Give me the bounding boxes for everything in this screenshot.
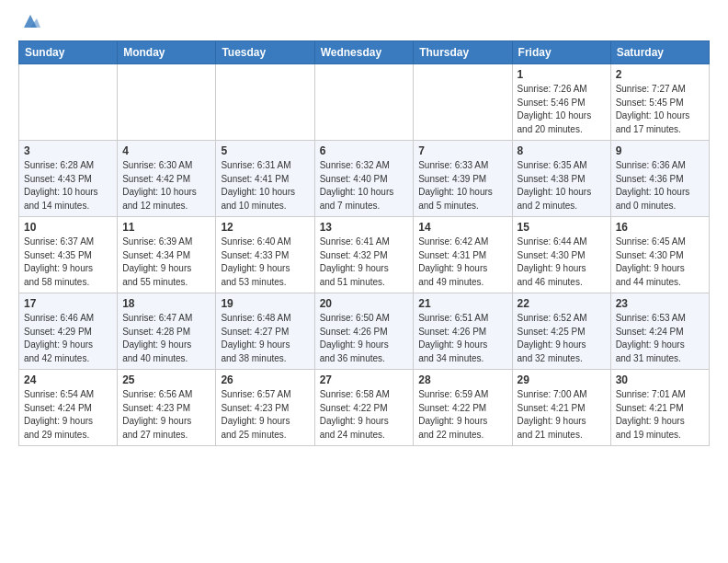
day-number: 3 — [24, 144, 112, 157]
day-info: Sunrise: 6:39 AMSunset: 4:34 PMDaylight:… — [122, 236, 210, 289]
calendar-cell: 23Sunrise: 6:53 AMSunset: 4:24 PMDayligh… — [610, 293, 709, 370]
day-number: 5 — [221, 144, 309, 157]
calendar-cell: 14Sunrise: 6:42 AMSunset: 4:31 PMDayligh… — [414, 217, 512, 293]
calendar-cell: 7Sunrise: 6:33 AMSunset: 4:39 PMDaylight… — [414, 141, 512, 217]
day-number: 1 — [518, 68, 606, 81]
weekday-header: Monday — [118, 41, 216, 64]
day-info: Sunrise: 6:32 AMSunset: 4:40 PMDaylight:… — [320, 159, 409, 213]
day-number: 9 — [616, 144, 704, 157]
logo — [18, 15, 40, 31]
calendar-table: SundayMondayTuesdayWednesdayThursdayFrid… — [18, 40, 710, 446]
calendar-cell — [314, 64, 414, 141]
day-info: Sunrise: 7:01 AMSunset: 4:21 PMDaylight:… — [616, 388, 704, 442]
day-info: Sunrise: 6:31 AMSunset: 4:41 PMDaylight:… — [221, 159, 309, 213]
day-number: 14 — [418, 221, 506, 234]
day-number: 21 — [418, 297, 506, 310]
logo-icon — [20, 11, 40, 31]
day-number: 18 — [122, 297, 210, 310]
day-number: 26 — [221, 373, 309, 386]
calendar-cell: 10Sunrise: 6:37 AMSunset: 4:35 PMDayligh… — [19, 217, 118, 293]
day-info: Sunrise: 6:52 AMSunset: 4:25 PMDaylight:… — [518, 312, 606, 365]
calendar-cell: 29Sunrise: 7:00 AMSunset: 4:21 PMDayligh… — [512, 370, 610, 446]
day-number: 2 — [616, 68, 704, 81]
calendar-cell: 2Sunrise: 7:27 AMSunset: 5:45 PMDaylight… — [610, 64, 709, 141]
day-info: Sunrise: 6:59 AMSunset: 4:22 PMDaylight:… — [418, 388, 506, 442]
day-info: Sunrise: 7:26 AMSunset: 5:46 PMDaylight:… — [518, 83, 606, 136]
day-info: Sunrise: 7:27 AMSunset: 5:45 PMDaylight:… — [616, 83, 704, 136]
calendar-week-row: 24Sunrise: 6:54 AMSunset: 4:24 PMDayligh… — [19, 370, 710, 446]
day-number: 22 — [518, 297, 606, 310]
calendar-cell: 25Sunrise: 6:56 AMSunset: 4:23 PMDayligh… — [118, 370, 216, 446]
calendar-cell: 12Sunrise: 6:40 AMSunset: 4:33 PMDayligh… — [216, 217, 314, 293]
day-number: 29 — [518, 373, 606, 386]
day-info: Sunrise: 6:46 AMSunset: 4:29 PMDaylight:… — [24, 312, 112, 365]
calendar-cell: 6Sunrise: 6:32 AMSunset: 4:40 PMDaylight… — [314, 141, 414, 217]
weekday-header: Saturday — [610, 41, 709, 64]
day-info: Sunrise: 6:33 AMSunset: 4:39 PMDaylight:… — [418, 159, 506, 213]
calendar-cell — [414, 64, 512, 141]
calendar-week-row: 3Sunrise: 6:28 AMSunset: 4:43 PMDaylight… — [19, 141, 710, 217]
day-number: 8 — [518, 144, 606, 157]
day-number: 13 — [320, 221, 409, 234]
page: SundayMondayTuesdayWednesdayThursdayFrid… — [0, 0, 728, 465]
day-info: Sunrise: 6:44 AMSunset: 4:30 PMDaylight:… — [518, 236, 606, 289]
day-number: 12 — [221, 221, 309, 234]
day-number: 6 — [320, 144, 409, 157]
calendar-cell: 18Sunrise: 6:47 AMSunset: 4:28 PMDayligh… — [118, 293, 216, 370]
day-info: Sunrise: 6:37 AMSunset: 4:35 PMDaylight:… — [24, 236, 112, 289]
calendar-week-row: 17Sunrise: 6:46 AMSunset: 4:29 PMDayligh… — [19, 293, 710, 370]
weekday-header: Friday — [512, 41, 610, 64]
day-info: Sunrise: 6:42 AMSunset: 4:31 PMDaylight:… — [418, 236, 506, 289]
calendar-cell: 26Sunrise: 6:57 AMSunset: 4:23 PMDayligh… — [216, 370, 314, 446]
calendar-cell: 17Sunrise: 6:46 AMSunset: 4:29 PMDayligh… — [19, 293, 118, 370]
day-number: 30 — [616, 373, 704, 386]
day-number: 10 — [24, 221, 112, 234]
calendar-cell: 28Sunrise: 6:59 AMSunset: 4:22 PMDayligh… — [414, 370, 512, 446]
day-info: Sunrise: 6:48 AMSunset: 4:27 PMDaylight:… — [221, 312, 309, 365]
weekday-header: Tuesday — [216, 41, 314, 64]
calendar-week-row: 10Sunrise: 6:37 AMSunset: 4:35 PMDayligh… — [19, 217, 710, 293]
day-info: Sunrise: 6:35 AMSunset: 4:38 PMDaylight:… — [518, 159, 606, 213]
header — [18, 15, 710, 31]
day-info: Sunrise: 6:50 AMSunset: 4:26 PMDaylight:… — [320, 312, 409, 365]
day-number: 7 — [418, 144, 506, 157]
calendar-cell — [216, 64, 314, 141]
day-number: 11 — [122, 221, 210, 234]
day-info: Sunrise: 6:53 AMSunset: 4:24 PMDaylight:… — [616, 312, 704, 365]
calendar-cell: 21Sunrise: 6:51 AMSunset: 4:26 PMDayligh… — [414, 293, 512, 370]
calendar-cell: 15Sunrise: 6:44 AMSunset: 4:30 PMDayligh… — [512, 217, 610, 293]
calendar-cell: 19Sunrise: 6:48 AMSunset: 4:27 PMDayligh… — [216, 293, 314, 370]
calendar-cell — [118, 64, 216, 141]
calendar-cell: 22Sunrise: 6:52 AMSunset: 4:25 PMDayligh… — [512, 293, 610, 370]
day-info: Sunrise: 6:57 AMSunset: 4:23 PMDaylight:… — [221, 388, 309, 442]
calendar-cell: 27Sunrise: 6:58 AMSunset: 4:22 PMDayligh… — [314, 370, 414, 446]
calendar-cell: 5Sunrise: 6:31 AMSunset: 4:41 PMDaylight… — [216, 141, 314, 217]
header-row: SundayMondayTuesdayWednesdayThursdayFrid… — [19, 41, 710, 64]
calendar-cell — [19, 64, 118, 141]
day-info: Sunrise: 7:00 AMSunset: 4:21 PMDaylight:… — [518, 388, 606, 442]
day-info: Sunrise: 6:28 AMSunset: 4:43 PMDaylight:… — [24, 159, 112, 213]
day-number: 27 — [320, 373, 409, 386]
calendar-cell: 20Sunrise: 6:50 AMSunset: 4:26 PMDayligh… — [314, 293, 414, 370]
calendar-cell: 4Sunrise: 6:30 AMSunset: 4:42 PMDaylight… — [118, 141, 216, 217]
calendar-cell: 1Sunrise: 7:26 AMSunset: 5:46 PMDaylight… — [512, 64, 610, 141]
day-info: Sunrise: 6:41 AMSunset: 4:32 PMDaylight:… — [320, 236, 409, 289]
calendar-cell: 11Sunrise: 6:39 AMSunset: 4:34 PMDayligh… — [118, 217, 216, 293]
weekday-header: Sunday — [19, 41, 118, 64]
day-info: Sunrise: 6:36 AMSunset: 4:36 PMDaylight:… — [616, 159, 704, 213]
day-number: 25 — [122, 373, 210, 386]
day-info: Sunrise: 6:30 AMSunset: 4:42 PMDaylight:… — [122, 159, 210, 213]
day-info: Sunrise: 6:40 AMSunset: 4:33 PMDaylight:… — [221, 236, 309, 289]
calendar-cell: 30Sunrise: 7:01 AMSunset: 4:21 PMDayligh… — [610, 370, 709, 446]
day-info: Sunrise: 6:45 AMSunset: 4:30 PMDaylight:… — [616, 236, 704, 289]
day-number: 24 — [24, 373, 112, 386]
day-info: Sunrise: 6:47 AMSunset: 4:28 PMDaylight:… — [122, 312, 210, 365]
day-info: Sunrise: 6:56 AMSunset: 4:23 PMDaylight:… — [122, 388, 210, 442]
calendar-week-row: 1Sunrise: 7:26 AMSunset: 5:46 PMDaylight… — [19, 64, 710, 141]
day-number: 23 — [616, 297, 704, 310]
calendar-cell: 16Sunrise: 6:45 AMSunset: 4:30 PMDayligh… — [610, 217, 709, 293]
day-info: Sunrise: 6:58 AMSunset: 4:22 PMDaylight:… — [320, 388, 409, 442]
day-number: 4 — [122, 144, 210, 157]
calendar-cell: 8Sunrise: 6:35 AMSunset: 4:38 PMDaylight… — [512, 141, 610, 217]
calendar-cell: 3Sunrise: 6:28 AMSunset: 4:43 PMDaylight… — [19, 141, 118, 217]
